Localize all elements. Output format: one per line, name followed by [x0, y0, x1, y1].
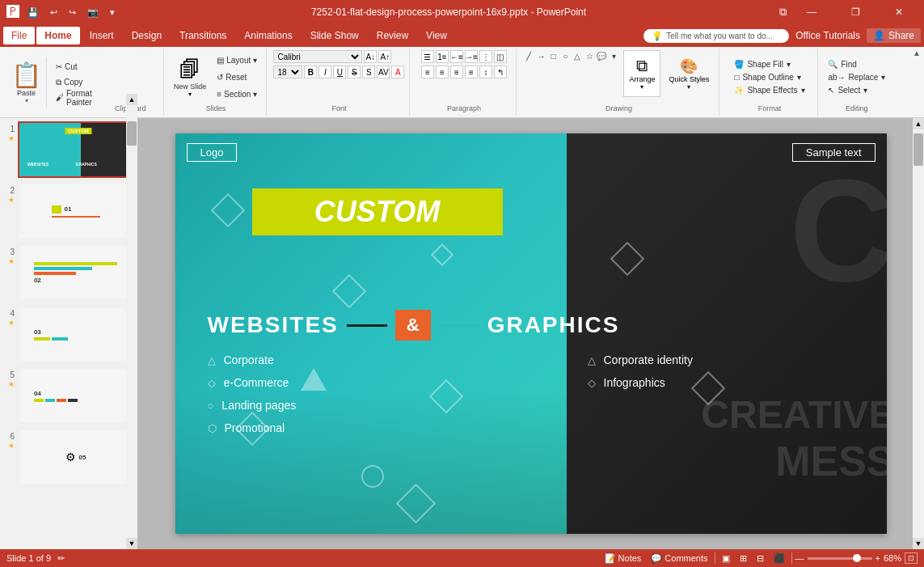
slide-sorter-btn[interactable]: ⊞	[736, 552, 750, 565]
arrange-button[interactable]: ⧉ Arrange ▾	[623, 50, 660, 97]
menu-transitions[interactable]: Transitions	[171, 27, 234, 44]
canvas-scroll-up[interactable]: ▲	[913, 118, 924, 129]
canvas-area[interactable]: Logo CUSTOM C CREATIVE MESS Sample text	[137, 118, 924, 549]
slide-preview-3[interactable]: 02	[18, 244, 133, 301]
rtl-btn[interactable]: ↰	[494, 66, 507, 78]
slide-preview-4[interactable]: 03	[18, 306, 133, 362]
comments-button[interactable]: 💬 Comments	[648, 552, 711, 565]
select-button[interactable]: ↖ Select ▾	[825, 85, 888, 95]
menu-review[interactable]: Review	[369, 27, 416, 44]
custom-title[interactable]: CUSTOM	[252, 188, 503, 235]
shape-callout[interactable]: 💬	[596, 50, 607, 61]
font-color-btn[interactable]: A	[391, 66, 404, 78]
shape-rect[interactable]: □	[547, 50, 559, 61]
strikethrough-button[interactable]: S	[348, 66, 361, 78]
paste-button[interactable]: 📋 Paste ▾	[6, 57, 47, 108]
shape-effects-button[interactable]: ✨ Shape Effects ▾	[731, 85, 808, 95]
scroll-thumb[interactable]	[127, 121, 137, 146]
slide-canvas[interactable]: Logo CUSTOM C CREATIVE MESS Sample text	[175, 133, 887, 534]
cut-button[interactable]: ✂ Cut	[52, 60, 96, 74]
shape-outline-button[interactable]: □ Shape Outline ▾	[731, 72, 808, 83]
shape-star[interactable]: ☆	[584, 50, 595, 61]
shape-fill-button[interactable]: 🪣 Shape Fill ▾	[731, 59, 808, 70]
menu-view[interactable]: View	[418, 27, 455, 44]
redo-btn[interactable]: ↪	[65, 6, 79, 19]
bold-button[interactable]: B	[304, 66, 317, 78]
shape-arrow[interactable]: →	[535, 50, 546, 61]
office-tutorials-link[interactable]: Office Tutorials	[795, 30, 860, 41]
new-slide-button[interactable]: 🗐 New Slide ▾	[171, 54, 210, 101]
menu-home[interactable]: Home	[36, 27, 79, 44]
replace-button[interactable]: ab→ Replace ▾	[825, 72, 888, 83]
reading-view-btn[interactable]: ⊟	[753, 552, 767, 565]
line-spacing-btn[interactable]: ↕	[479, 66, 492, 78]
reset-button[interactable]: ↺ Reset	[213, 70, 261, 85]
shape-more[interactable]: ▾	[608, 50, 619, 61]
minimize-btn[interactable]: —	[793, 0, 830, 24]
quick-styles-button[interactable]: 🎨 Quick Styles ▾	[664, 50, 714, 97]
slide-preview-2[interactable]: 01	[18, 183, 133, 239]
fit-slide-btn[interactable]: ⊡	[905, 552, 918, 564]
menu-animations[interactable]: Animations	[236, 27, 300, 44]
undo-btn[interactable]: ↩	[47, 6, 61, 19]
bullets-btn[interactable]: ☰	[421, 50, 434, 63]
copy-button[interactable]: ⧉ Copy	[52, 75, 96, 90]
layout-button[interactable]: ▤ Layout ▾	[213, 53, 261, 68]
align-center-btn[interactable]: ≡	[436, 66, 449, 78]
format-painter-button[interactable]: 🖌 Format Painter	[52, 91, 96, 105]
decrease-indent-btn[interactable]: ←≡	[450, 50, 463, 63]
notes-edit-icon[interactable]: ✏	[57, 553, 65, 564]
font-family-select[interactable]: Calibri	[273, 50, 362, 63]
underline-button[interactable]: U	[333, 66, 346, 78]
menu-insert[interactable]: Insert	[82, 27, 122, 44]
slide-thumb-2[interactable]: 2 ★ 01	[3, 183, 133, 239]
smart-art-btn[interactable]: ◫	[494, 50, 507, 63]
canvas-scroll-down[interactable]: ▼	[913, 538, 924, 549]
zoom-in-btn[interactable]: +	[875, 553, 880, 563]
align-left-btn[interactable]: ≡	[421, 66, 434, 78]
shape-triangle[interactable]: △	[572, 50, 583, 61]
menu-slideshow[interactable]: Slide Show	[302, 27, 367, 44]
close-btn[interactable]: ✕	[880, 0, 918, 24]
decrease-font-btn[interactable]: A↓	[364, 50, 377, 63]
customize-btn[interactable]: ▾	[107, 6, 118, 19]
scroll-down-btn[interactable]: ▼	[126, 538, 137, 549]
zoom-out-btn[interactable]: —	[795, 553, 804, 563]
zoom-handle[interactable]	[853, 554, 861, 562]
spacing-button[interactable]: AV	[377, 66, 390, 78]
slide-thumb-3[interactable]: 3 ★ 02	[3, 244, 133, 301]
notes-button[interactable]: 📝 Notes	[601, 552, 645, 565]
slide-preview-5[interactable]: 04	[18, 367, 133, 424]
numbering-btn[interactable]: 1≡	[436, 50, 449, 63]
new-slide-dropdown[interactable]: ▾	[188, 91, 192, 98]
maximize-btn[interactable]: ❐	[837, 0, 874, 24]
slide-preview-1[interactable]: CUSTOM WEBSITES GRAPHICS	[18, 121, 133, 178]
save-btn[interactable]: 💾	[24, 6, 42, 19]
logo-box[interactable]: Logo	[187, 143, 238, 162]
increase-indent-btn[interactable]: →≡	[465, 50, 478, 63]
shape-circle[interactable]: ○	[559, 50, 571, 61]
screenshot-btn[interactable]: 📷	[84, 6, 102, 19]
justify-btn[interactable]: ≡	[465, 66, 478, 78]
shape-line[interactable]: ╱	[523, 50, 534, 61]
presenter-view-btn[interactable]: ⬛	[770, 552, 788, 565]
italic-button[interactable]: I	[319, 66, 331, 78]
align-right-btn[interactable]: ≡	[450, 66, 463, 78]
slide-thumb-5[interactable]: 5 ★ 04	[3, 367, 133, 424]
ribbon-collapse-btn[interactable]: ▲	[913, 49, 921, 57]
zoom-slider[interactable]	[808, 557, 872, 560]
slide-preview-6[interactable]: ⚙ 05	[18, 429, 133, 485]
slide-thumb-6[interactable]: 6 ★ ⚙ 05	[3, 429, 133, 485]
find-button[interactable]: 🔍 Find	[825, 59, 888, 70]
increase-font-btn[interactable]: A↑	[378, 50, 391, 63]
font-size-select[interactable]: 18	[273, 66, 302, 78]
menu-design[interactable]: Design	[124, 27, 170, 44]
canvas-scroll-thumb-v[interactable]	[913, 133, 923, 166]
tell-me-input[interactable]: 💡 Tell me what you want to do...	[643, 29, 789, 43]
slide-thumb-4[interactable]: 4 ★ 03	[3, 306, 133, 362]
slide-thumb-1[interactable]: 1 ★ CUSTOM WEBSITES GRAPHICS	[3, 121, 133, 178]
normal-view-btn[interactable]: ▣	[719, 552, 733, 565]
col-btn[interactable]: ⋮	[479, 50, 492, 63]
shadow-button[interactable]: S	[362, 66, 375, 78]
sample-text-box[interactable]: Sample text	[792, 143, 875, 162]
